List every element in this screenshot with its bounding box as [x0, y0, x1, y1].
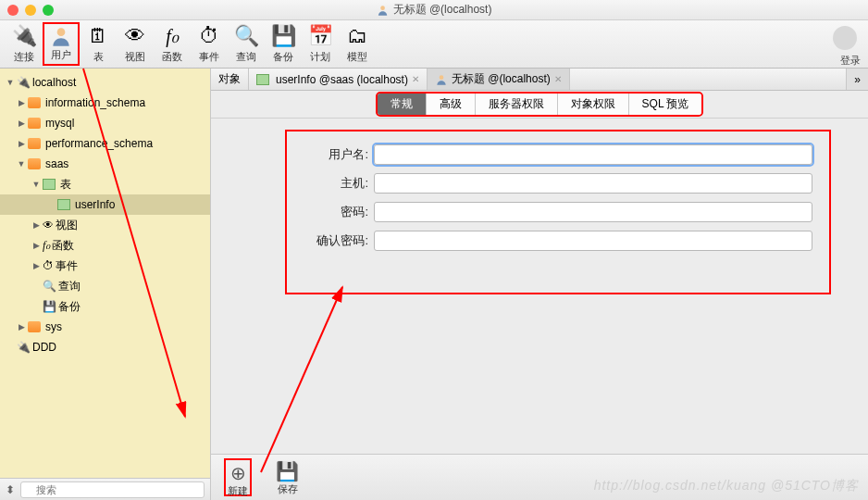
new-button[interactable]: ⊕新建 — [224, 458, 252, 496]
saas-tables[interactable]: ▼表 — [0, 174, 210, 194]
user-form: 用户名: 主机: 密码: 确认密码: — [285, 130, 831, 294]
db-mysql[interactable]: ▶mysql — [0, 113, 210, 133]
login-label[interactable]: 登录 — [840, 54, 861, 68]
tab-bar: 对象 userInfo @saas (localhost)✕ 无标题 @(loc… — [211, 69, 868, 91]
saas-queries[interactable]: 🔍 查询 — [0, 276, 210, 296]
database-icon — [28, 138, 41, 149]
event-button[interactable]: ⏱事件 — [191, 22, 228, 66]
tab-objects[interactable]: 对象 — [211, 69, 249, 90]
database-icon — [28, 118, 41, 129]
db-saas[interactable]: ▼saas — [0, 154, 210, 174]
collapse-icon[interactable]: ⬍ — [6, 483, 15, 496]
seg-object-priv[interactable]: 对象权限 — [558, 94, 629, 115]
table-userinfo[interactable]: userInfo — [0, 194, 210, 215]
tab-untitled[interactable]: 无标题 @(localhost)✕ — [428, 69, 570, 90]
label-host: 主机: — [304, 175, 368, 192]
user-icon — [435, 73, 448, 86]
minimize-icon[interactable] — [25, 5, 36, 16]
main-toolbar: 🔌连接 用户 🗓表 👁视图 f₀函数 ⏱事件 🔍查询 💾备份 📅计划 🗂模型 — [0, 20, 868, 69]
saas-backups[interactable]: 💾 备份 — [0, 296, 210, 317]
tabs-more-icon[interactable]: » — [846, 69, 868, 90]
svg-point-2 — [440, 75, 444, 80]
close-icon[interactable]: ✕ — [412, 74, 419, 84]
titlebar: 无标题 @(localhost) — [0, 0, 868, 20]
watermark: http://blog.csdn.net/kuang @51CTO博客 — [594, 478, 859, 494]
segment-bar: 常规 高级 服务器权限 对象权限 SQL 预览 — [211, 91, 868, 119]
backup-button[interactable]: 💾备份 — [265, 22, 302, 66]
database-icon — [28, 321, 41, 332]
seg-general[interactable]: 常规 — [378, 94, 427, 115]
confirm-password-field[interactable] — [374, 231, 812, 251]
tab-userinfo[interactable]: userInfo @saas (localhost)✕ — [249, 69, 428, 90]
svg-point-0 — [380, 6, 385, 10]
model-button[interactable]: 🗂模型 — [339, 22, 376, 66]
save-icon: 💾 — [276, 460, 299, 482]
close-icon[interactable]: ✕ — [554, 74, 562, 84]
db-performance-schema[interactable]: ▶performance_schema — [0, 133, 210, 154]
close-icon[interactable] — [7, 5, 19, 16]
save-button[interactable]: 💾保存 — [274, 458, 301, 496]
conn-localhost[interactable]: ▼🔌localhost — [0, 72, 210, 93]
host-field[interactable] — [374, 173, 812, 194]
conn-ddd[interactable]: 🔌DDD — [0, 337, 210, 357]
password-field[interactable] — [374, 202, 812, 222]
label-username: 用户名: — [304, 146, 368, 163]
connection-tree: ▼🔌localhost ▶information_schema ▶mysql ▶… — [0, 69, 210, 361]
table-icon — [256, 74, 269, 85]
db-sys[interactable]: ▶sys — [0, 317, 210, 337]
schedule-button[interactable]: 📅计划 — [302, 22, 339, 66]
seg-sql-preview[interactable]: SQL 预览 — [629, 94, 702, 115]
table-button[interactable]: 🗓表 — [80, 22, 117, 66]
table-icon — [43, 179, 56, 190]
label-password: 密码: — [304, 204, 368, 220]
content-area: 对象 userInfo @saas (localhost)✕ 无标题 @(loc… — [211, 69, 868, 500]
sidebar: ▼🔌localhost ▶information_schema ▶mysql ▶… — [0, 69, 211, 500]
label-confirm: 确认密码: — [304, 232, 368, 249]
database-icon — [28, 158, 41, 169]
seg-server-priv[interactable]: 服务器权限 — [476, 94, 558, 115]
username-field[interactable] — [374, 144, 812, 165]
svg-point-1 — [57, 28, 66, 36]
function-button[interactable]: f₀函数 — [154, 22, 191, 66]
table-icon — [57, 199, 70, 210]
window-controls — [7, 5, 54, 16]
saas-events[interactable]: ▶⏱ 事件 — [0, 256, 210, 276]
sidebar-bottom: ⬍ — [0, 478, 210, 500]
window-title: 无标题 @(localhost) — [377, 2, 492, 18]
user-button[interactable]: 用户 — [43, 22, 80, 66]
seg-advanced[interactable]: 高级 — [427, 94, 476, 115]
connect-button[interactable]: 🔌连接 — [6, 22, 43, 66]
saas-views[interactable]: ▶👁 视图 — [0, 215, 210, 235]
avatar[interactable] — [833, 26, 857, 50]
user-icon — [377, 4, 390, 17]
saas-functions[interactable]: ▶f₀ 函数 — [0, 235, 210, 256]
query-button[interactable]: 🔍查询 — [228, 22, 265, 66]
db-information-schema[interactable]: ▶information_schema — [0, 93, 210, 113]
database-icon — [28, 97, 41, 108]
search-input[interactable] — [20, 481, 205, 498]
zoom-icon[interactable] — [43, 5, 54, 16]
view-button[interactable]: 👁视图 — [117, 22, 154, 66]
plus-icon: ⊕ — [230, 462, 246, 484]
